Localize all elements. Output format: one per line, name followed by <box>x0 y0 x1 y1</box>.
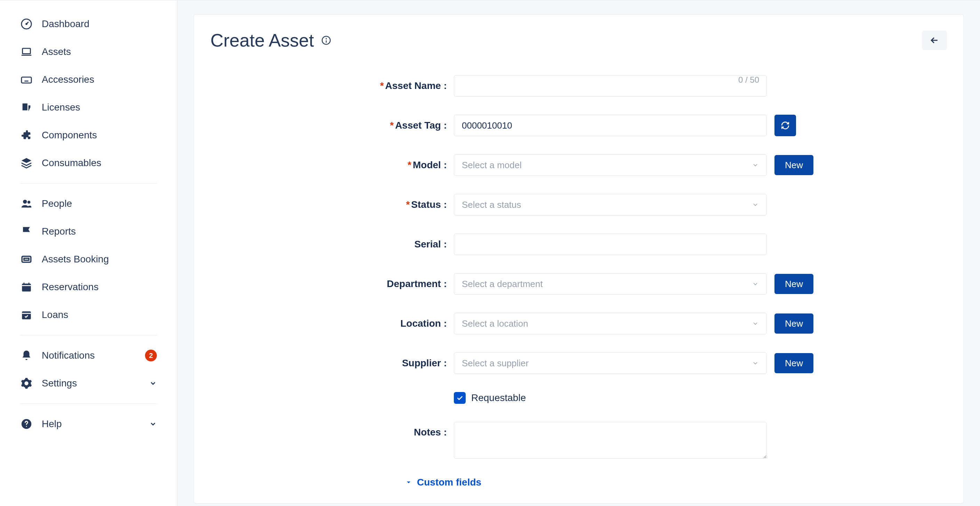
calendar-check-icon <box>20 309 33 321</box>
svg-point-1 <box>26 24 27 25</box>
sidebar-label: Components <box>42 130 157 141</box>
sidebar-item-assets-booking[interactable]: Assets Booking <box>20 245 157 273</box>
asset-tag-input[interactable] <box>454 115 767 136</box>
sidebar-label: Accessories <box>42 74 157 85</box>
department-label: Department : <box>210 278 454 289</box>
sidebar-label: People <box>42 198 157 209</box>
new-supplier-button[interactable]: New <box>775 353 813 373</box>
notifications-badge: 2 <box>145 350 157 362</box>
svg-rect-2 <box>22 48 30 54</box>
caret-down-icon <box>405 479 412 486</box>
laptop-icon <box>20 46 33 58</box>
puzzle-icon <box>20 129 33 141</box>
sidebar-item-help[interactable]: Help <box>20 410 157 438</box>
sidebar-item-notifications[interactable]: Notifications 2 <box>20 342 157 370</box>
sidebar-item-assets[interactable]: Assets <box>20 38 157 66</box>
svg-point-5 <box>27 201 30 204</box>
sidebar-item-settings[interactable]: Settings <box>20 370 157 397</box>
sidebar-item-consumables[interactable]: Consumables <box>20 149 157 177</box>
sidebar-label: Licenses <box>42 102 157 113</box>
sidebar-item-dashboard[interactable]: Dashboard <box>20 10 157 38</box>
location-label: Location : <box>210 318 454 329</box>
regenerate-tag-button[interactable] <box>775 115 796 136</box>
sidebar-label: Help <box>42 419 149 430</box>
people-icon <box>20 197 33 210</box>
supplier-label: Supplier : <box>210 358 454 369</box>
ticket-icon <box>20 253 33 265</box>
status-label: *Status : <box>210 199 454 210</box>
keyboard-icon <box>20 73 33 86</box>
license-icon <box>20 101 33 114</box>
serial-label: Serial : <box>210 239 454 250</box>
new-model-button[interactable]: New <box>775 155 813 175</box>
chevron-down-icon <box>752 201 759 208</box>
chevron-down-icon <box>752 360 759 366</box>
char-counter: 0 / 50 <box>738 75 759 85</box>
sidebar-label: Notifications <box>42 350 145 361</box>
layers-icon <box>20 157 33 169</box>
sidebar-item-licenses[interactable]: Licenses <box>20 94 157 121</box>
sidebar-label: Assets Booking <box>42 254 157 265</box>
svg-rect-3 <box>22 77 31 83</box>
chevron-down-icon <box>149 420 157 428</box>
check-icon <box>456 394 464 402</box>
svg-rect-7 <box>24 258 29 260</box>
new-location-button[interactable]: New <box>775 314 813 334</box>
asset-name-label: *Asset Name : <box>210 80 454 91</box>
refresh-icon <box>781 121 790 130</box>
location-select[interactable]: Select a location <box>454 313 767 334</box>
model-select[interactable]: Select a model <box>454 154 767 176</box>
gear-icon <box>20 377 33 390</box>
svg-rect-8 <box>22 284 31 292</box>
sidebar-item-loans[interactable]: Loans <box>20 301 157 329</box>
serial-input[interactable] <box>454 233 767 255</box>
gauge-icon <box>20 18 33 30</box>
create-asset-card: Create Asset *Asset Name : 0 / 50 <box>193 14 964 504</box>
svg-rect-9 <box>22 311 31 319</box>
nav-divider <box>20 403 157 404</box>
sidebar-label: Reservations <box>42 281 157 293</box>
supplier-select[interactable]: Select a supplier <box>454 352 767 374</box>
info-icon[interactable] <box>321 35 331 46</box>
sidebar-label: Consumables <box>42 157 157 168</box>
sidebar-label: Settings <box>42 378 149 389</box>
asset-name-input[interactable] <box>454 75 767 97</box>
sidebar-label: Reports <box>42 226 157 237</box>
sidebar: Dashboard Assets Accessories Licenses Co… <box>0 0 177 506</box>
requestable-checkbox[interactable] <box>454 392 466 404</box>
svg-point-4 <box>23 200 27 204</box>
department-select[interactable]: Select a department <box>454 273 767 295</box>
sidebar-item-people[interactable]: People <box>20 190 157 217</box>
flag-icon <box>20 225 33 238</box>
chevron-down-icon <box>752 281 759 287</box>
status-select[interactable]: Select a status <box>454 194 767 216</box>
model-label: *Model : <box>210 160 454 171</box>
custom-fields-toggle[interactable]: Custom fields <box>405 477 947 488</box>
chevron-down-icon <box>149 379 157 387</box>
arrow-left-icon <box>929 35 940 46</box>
calendar-icon <box>20 281 33 293</box>
chevron-down-icon <box>752 320 759 327</box>
sidebar-item-reports[interactable]: Reports <box>20 217 157 245</box>
page-title: Create Asset <box>210 30 314 51</box>
sidebar-label: Loans <box>42 309 157 320</box>
sidebar-item-reservations[interactable]: Reservations <box>20 273 157 301</box>
notes-textarea[interactable] <box>454 422 767 459</box>
chevron-down-icon <box>752 162 759 168</box>
nav-divider <box>20 183 157 184</box>
new-department-button[interactable]: New <box>775 274 813 294</box>
nav-divider <box>20 335 157 335</box>
bell-icon <box>20 349 33 362</box>
asset-tag-label: *Asset Tag : <box>210 120 454 131</box>
sidebar-item-accessories[interactable]: Accessories <box>20 66 157 94</box>
sidebar-item-components[interactable]: Components <box>20 121 157 149</box>
sidebar-label: Assets <box>42 46 157 57</box>
svg-rect-6 <box>22 257 31 262</box>
requestable-label: Requestable <box>471 392 526 403</box>
help-icon <box>20 418 33 430</box>
back-button[interactable] <box>922 30 947 50</box>
main-content: Create Asset *Asset Name : 0 / 50 <box>177 0 980 506</box>
notes-label: Notes : <box>210 422 454 438</box>
sidebar-label: Dashboard <box>42 18 157 30</box>
